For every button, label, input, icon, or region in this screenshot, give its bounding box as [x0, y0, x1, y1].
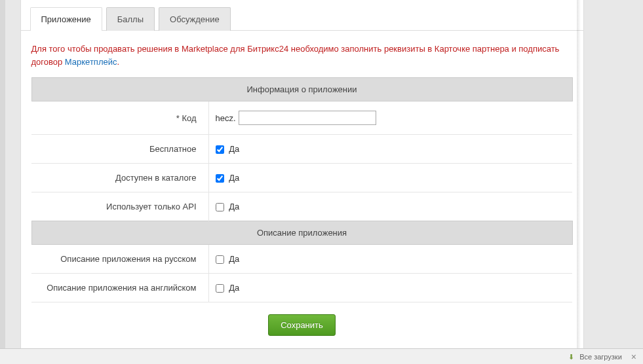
code-input[interactable] — [239, 111, 376, 125]
row-code: * Код hecz. — [31, 101, 572, 135]
value-desc-en: Да — [208, 274, 572, 302]
label-code: * Код — [31, 101, 208, 135]
checkbox-free[interactable] — [216, 145, 224, 154]
section-app-info: Информация о приложении — [31, 78, 572, 101]
button-row: Сохранить — [21, 302, 583, 341]
section-app-desc: Описание приложения — [31, 221, 572, 245]
row-free: Бесплатное Да — [31, 135, 572, 164]
checkbox-desc-en-label: Да — [229, 283, 239, 293]
row-desc-en: Описание приложения на английском Да — [31, 274, 572, 302]
checkbox-desc-en[interactable] — [216, 284, 224, 293]
checkbox-desc-ru[interactable] — [216, 255, 224, 264]
checkbox-api[interactable] — [216, 203, 224, 211]
value-code: hecz. — [208, 101, 572, 135]
tab-application[interactable]: Приложение — [30, 7, 102, 31]
notice-link-marketplace[interactable]: Маркетплейс — [65, 57, 117, 67]
checkbox-catalog[interactable] — [216, 174, 224, 183]
tabs: Приложение Баллы Обсуждение — [21, 0, 583, 31]
value-catalog: Да — [208, 164, 572, 192]
value-desc-ru: Да — [208, 245, 572, 274]
label-desc-ru: Описание приложения на русском — [31, 245, 208, 274]
value-free: Да — [208, 135, 572, 164]
checkbox-api-label: Да — [229, 202, 239, 211]
form-table: Информация о приложении * Код hecz. Бесп… — [31, 77, 573, 302]
browser-download-bar: Все загрузки × — [0, 348, 643, 364]
code-prefix: hecz. — [216, 113, 236, 123]
label-catalog: Доступен в каталоге — [31, 164, 208, 192]
save-button[interactable]: Сохранить — [268, 314, 336, 336]
notice-text: Для того чтобы продавать решения в Marke… — [21, 31, 583, 77]
checkbox-free-label: Да — [229, 144, 239, 154]
panel-shadow — [577, 0, 581, 348]
all-downloads-link[interactable]: Все загрузки — [579, 353, 622, 361]
close-icon[interactable]: × — [631, 352, 636, 362]
label-api: Использует только API — [31, 192, 208, 221]
checkbox-desc-ru-label: Да — [229, 254, 239, 264]
row-catalog: Доступен в каталоге Да — [31, 164, 572, 192]
value-api: Да — [208, 192, 572, 221]
row-desc-ru: Описание приложения на русском Да — [31, 245, 572, 274]
section-app-info-title: Информация о приложении — [31, 78, 572, 101]
left-margin — [0, 0, 5, 348]
page-wrapper: Приложение Баллы Обсуждение Для того что… — [0, 0, 643, 364]
checkbox-catalog-label: Да — [229, 173, 239, 183]
content-panel: Приложение Баллы Обсуждение Для того что… — [20, 0, 584, 355]
tab-discussion[interactable]: Обсуждение — [159, 7, 231, 31]
label-free: Бесплатное — [31, 135, 208, 164]
label-desc-en: Описание приложения на английском — [31, 274, 208, 302]
tab-points[interactable]: Баллы — [106, 7, 155, 31]
notice-after: . — [117, 57, 119, 67]
download-icon — [568, 353, 576, 361]
row-api: Использует только API Да — [31, 192, 572, 221]
section-app-desc-title: Описание приложения — [31, 221, 572, 245]
